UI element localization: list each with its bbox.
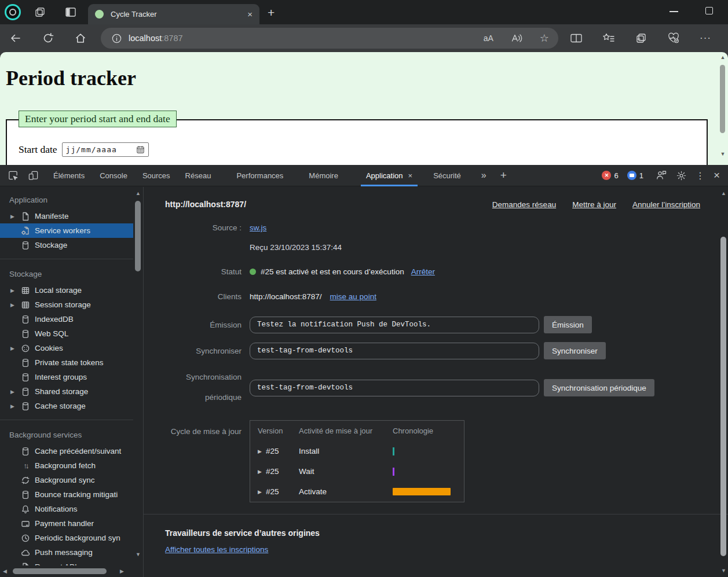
sidebar-item-periodic-background-sync[interactable]: ▶ Periodic background syn — [0, 531, 133, 545]
inspect-element-icon[interactable] — [7, 170, 19, 181]
expand-arrow-icon[interactable]: ▶ — [258, 449, 262, 454]
push-message-input[interactable] — [250, 317, 539, 333]
sidebar-item-service-workers[interactable]: ▶ Service workers — [0, 223, 133, 238]
devtools-tab-performance[interactable]: Performances — [229, 165, 291, 186]
focus-link[interactable]: mise au point — [330, 292, 376, 301]
window-maximize-button[interactable] — [705, 7, 713, 14]
expand-arrow-icon[interactable]: ▶ — [10, 302, 19, 308]
unregister-link[interactable]: Annuler l’inscription — [632, 200, 700, 209]
sidebar-item-cache-storage[interactable]: ▶ Cache storage — [0, 399, 133, 413]
stop-link[interactable]: Arrêter — [411, 267, 435, 276]
devtools-tab-memory[interactable]: Mémoire — [301, 165, 346, 186]
scroll-down-icon[interactable]: ▼ — [136, 552, 141, 557]
sidebar-item-web-sql[interactable]: ▶ Web SQL — [0, 326, 133, 341]
new-tab-button[interactable]: + — [268, 6, 275, 20]
see-all-registrations-link[interactable]: Afficher toutes les inscriptions — [165, 545, 268, 554]
sync-button[interactable]: Synchroniser — [544, 342, 606, 359]
scroll-right-icon[interactable]: ▶ — [120, 568, 124, 574]
favorites-hub-icon[interactable] — [602, 32, 615, 44]
scroll-down-icon[interactable]: ▼ — [721, 568, 726, 574]
sidebar-vertical-scrollbar[interactable]: ▲ ▼ — [133, 187, 142, 565]
site-info-icon[interactable] — [110, 32, 123, 45]
close-application-tab-icon[interactable]: × — [408, 171, 413, 180]
browser-logo-icon[interactable] — [5, 4, 21, 20]
window-minimize-button[interactable] — [670, 11, 678, 12]
tab-close-icon[interactable]: × — [247, 10, 253, 19]
expand-arrow-icon[interactable]: ▶ — [258, 489, 262, 495]
expand-arrow-icon[interactable]: ▶ — [10, 288, 19, 293]
sidebar-item-interest-groups[interactable]: ▶ Interest groups — [0, 370, 133, 384]
calendar-icon[interactable] — [136, 145, 145, 154]
devtools-close-icon[interactable]: × — [714, 169, 720, 182]
page-scrollbar-thumb[interactable] — [720, 65, 725, 133]
page-scrollbar[interactable]: ▲ ▼ — [718, 52, 727, 165]
table-row-activate[interactable]: ▶#25 Activate — [250, 482, 464, 502]
back-button[interactable] — [9, 32, 22, 45]
expand-arrow-icon[interactable]: ▶ — [258, 469, 262, 475]
feedback-icon[interactable] — [656, 170, 667, 181]
sidebar-scrollbar-thumb[interactable] — [135, 201, 141, 271]
devtools-tab-elements[interactable]: Éléments — [46, 165, 92, 186]
network-requests-link[interactable]: Demandes réseau — [492, 200, 556, 209]
sidebar-item-back-forward-cache[interactable]: ▶ Cache précédent/suivant — [0, 444, 133, 458]
sidebar-item-storage[interactable]: ▶ Stockage — [0, 238, 133, 252]
issues-badge[interactable]: 1 — [627, 171, 643, 180]
start-date-input[interactable]: jj/mm/aaaa — [62, 142, 149, 157]
sidebar-item-payment-handler[interactable]: ▶ Payment handler — [0, 516, 133, 531]
sidebar-item-background-sync[interactable]: ▶ Background sync — [0, 473, 133, 487]
scroll-up-icon[interactable]: ▲ — [721, 190, 726, 196]
workspaces-icon[interactable] — [33, 5, 47, 19]
sidebar-item-background-fetch[interactable]: ▶ ↑↓ Background fetch — [0, 458, 133, 473]
source-file-link[interactable]: sw.js — [250, 223, 266, 232]
sidebar-item-push-messaging[interactable]: ▶ Push messaging — [0, 545, 133, 560]
home-button[interactable] — [74, 32, 87, 45]
scroll-down-icon[interactable]: ▼ — [719, 151, 726, 157]
table-row-install[interactable]: ▶#25 Install — [250, 441, 464, 461]
expand-arrow-icon[interactable]: ▶ — [10, 214, 19, 219]
read-aloud-icon[interactable] — [511, 33, 522, 43]
expand-arrow-icon[interactable]: ▶ — [10, 346, 19, 351]
push-button[interactable]: Émission — [544, 316, 592, 333]
favorite-star-icon[interactable]: ☆ — [540, 32, 549, 45]
sidebar-item-bounce-tracking[interactable]: ▶ Bounce tracking mitigati — [0, 487, 133, 502]
sidebar-item-cookies[interactable]: ▶ Cookies — [0, 341, 133, 355]
sidebar-item-local-storage[interactable]: ▶ Local storage — [0, 283, 133, 297]
main-scrollbar-thumb[interactable] — [720, 237, 726, 556]
sidebar-item-session-storage[interactable]: ▶ Session storage — [0, 297, 133, 312]
collections-add-icon[interactable] — [635, 32, 647, 45]
reload-button[interactable] — [42, 32, 54, 45]
main-vertical-scrollbar[interactable]: ▲ ▼ — [719, 187, 728, 577]
devtools-tab-sources[interactable]: Sources — [135, 165, 178, 186]
browser-menu-icon[interactable]: ··· — [700, 32, 711, 44]
expand-arrow-icon[interactable]: ▶ — [10, 389, 19, 395]
devtools-tab-network[interactable]: Réseau — [178, 165, 219, 186]
error-badge[interactable]: ✕ 6 — [602, 171, 618, 180]
sidebar-item-indexeddb[interactable]: ▶ IndexedDB — [0, 312, 133, 326]
sidebar-hscrollbar-thumb[interactable] — [13, 568, 107, 574]
device-toolbar-icon[interactable] — [27, 170, 39, 181]
periodic-sync-button[interactable]: Synchronisation périodique — [544, 379, 654, 396]
sync-tag-input[interactable] — [250, 343, 539, 359]
devtools-tab-application[interactable]: Application × — [358, 165, 420, 186]
expand-arrow-icon[interactable]: ▶ — [10, 403, 19, 409]
sidebar-horizontal-scrollbar[interactable]: ◀ ▶ — [0, 565, 133, 577]
browser-essentials-icon[interactable] — [667, 32, 680, 44]
update-link[interactable]: Mettre à jour — [572, 200, 616, 209]
sidebar-item-manifest[interactable]: ▶ Manifeste — [0, 209, 133, 223]
sidebar-item-private-state-tokens[interactable]: ▶ Private state tokens — [0, 355, 133, 370]
browser-tab-cycle-tracker[interactable]: Cycle Tracker × — [88, 4, 259, 24]
scroll-left-icon[interactable]: ◀ — [3, 568, 7, 574]
devtools-menu-icon[interactable]: ⋮ — [696, 170, 705, 181]
periodic-sync-tag-input[interactable] — [250, 380, 539, 396]
more-tabs-icon[interactable]: » — [481, 170, 486, 181]
scroll-up-icon[interactable]: ▲ — [136, 190, 141, 196]
table-row-wait[interactable]: ▶#25 Wait — [250, 461, 464, 482]
sidebar-item-notifications[interactable]: ▶ Notifications — [0, 502, 133, 516]
translate-icon[interactable]: aA — [484, 34, 493, 43]
split-screen-icon[interactable] — [570, 32, 583, 44]
sidebar-item-shared-storage[interactable]: ▶ Shared storage — [0, 384, 133, 399]
scroll-up-icon[interactable]: ▲ — [719, 54, 726, 60]
address-bar[interactable]: localhost:8787 aA ☆ — [101, 28, 558, 49]
sidebar-item-reporting-api[interactable]: ▶ Rapport API — [0, 560, 133, 565]
devtools-tab-console[interactable]: Console — [92, 165, 135, 186]
